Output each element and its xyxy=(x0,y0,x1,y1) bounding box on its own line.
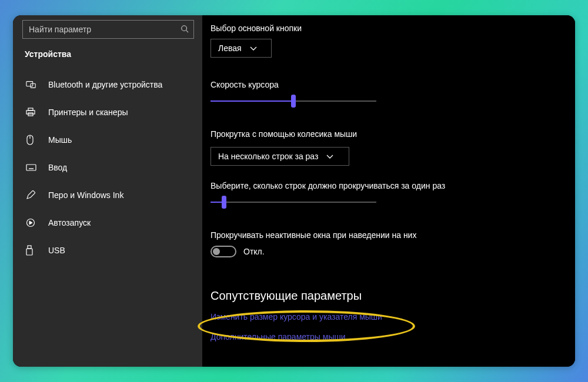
scroll-lines-label: Выберите, сколько строк должно прокручив… xyxy=(211,181,575,190)
sidebar-item-usb[interactable]: USB xyxy=(14,236,202,264)
sidebar-item-pen[interactable]: Перо и Windows Ink xyxy=(14,181,202,209)
cursor-speed-label: Скорость курсора xyxy=(211,80,575,89)
mouse-icon xyxy=(26,135,40,145)
scroll-mode-label: Прокрутка с помощью колесика мыши xyxy=(211,129,575,139)
dropdown-value: Левая xyxy=(218,43,242,53)
sidebar-item-label: Ввод xyxy=(48,163,67,172)
svg-rect-5 xyxy=(26,110,35,114)
sidebar-item-autoplay[interactable]: Автозапуск xyxy=(14,209,202,236)
svg-rect-16 xyxy=(28,246,31,249)
chevron-down-icon xyxy=(250,43,257,53)
link-additional-mouse[interactable]: Дополнительные параметры мыши xyxy=(211,332,346,341)
toggle-state-label: Откл. xyxy=(243,247,265,256)
devices-icon xyxy=(26,81,40,89)
primary-button-dropdown[interactable]: Левая xyxy=(211,39,272,58)
cursor-speed-slider[interactable] xyxy=(211,95,376,107)
svg-rect-9 xyxy=(26,165,36,170)
search-box[interactable] xyxy=(22,20,194,39)
scroll-lines-slider[interactable] xyxy=(211,196,376,208)
sidebar-category-title: Устройства xyxy=(14,49,202,71)
keyboard-icon xyxy=(26,164,40,171)
printer-icon xyxy=(26,108,40,117)
related-params-heading: Сопутствующие параметры xyxy=(211,289,575,303)
sidebar-item-label: Принтеры и сканеры xyxy=(48,108,128,117)
dropdown-value: На несколько строк за раз xyxy=(218,152,318,161)
search-icon xyxy=(181,25,189,35)
svg-line-1 xyxy=(186,30,189,32)
scroll-mode-dropdown[interactable]: На несколько строк за раз xyxy=(211,147,349,166)
svg-point-0 xyxy=(182,25,187,31)
inactive-scroll-toggle[interactable] xyxy=(211,246,236,257)
sidebar-item-mouse[interactable]: Мышь xyxy=(14,126,202,153)
pen-icon xyxy=(26,190,40,200)
sidebar-item-label: Перо и Windows Ink xyxy=(48,190,123,200)
sidebar: Устройства Bluetooth и другие устройства… xyxy=(13,15,202,367)
svg-rect-4 xyxy=(28,108,33,110)
search-input[interactable] xyxy=(29,25,181,34)
inactive-scroll-label: Прокручивать неактивные окна при наведен… xyxy=(211,230,575,240)
sidebar-item-label: Мышь xyxy=(48,135,72,145)
chevron-down-icon xyxy=(326,152,333,161)
svg-rect-17 xyxy=(26,249,32,255)
usb-icon xyxy=(26,245,40,256)
main-panel: Выбор основной кнопки Левая Скорость кур… xyxy=(202,15,575,367)
sidebar-item-printers[interactable]: Принтеры и сканеры xyxy=(14,98,202,126)
sidebar-item-label: Bluetooth и другие устройства xyxy=(48,80,162,89)
settings-window: Устройства Bluetooth и другие устройства… xyxy=(13,15,575,367)
sidebar-item-label: Автозапуск xyxy=(48,218,91,227)
sidebar-item-bluetooth[interactable]: Bluetooth и другие устройства xyxy=(14,71,202,98)
sidebar-item-typing[interactable]: Ввод xyxy=(14,153,202,181)
link-cursor-size[interactable]: Изменить размер курсора и указателя мыши xyxy=(211,312,382,321)
autoplay-icon xyxy=(26,218,40,227)
sidebar-item-label: USB xyxy=(48,246,65,255)
primary-button-label: Выбор основной кнопки xyxy=(211,24,575,33)
